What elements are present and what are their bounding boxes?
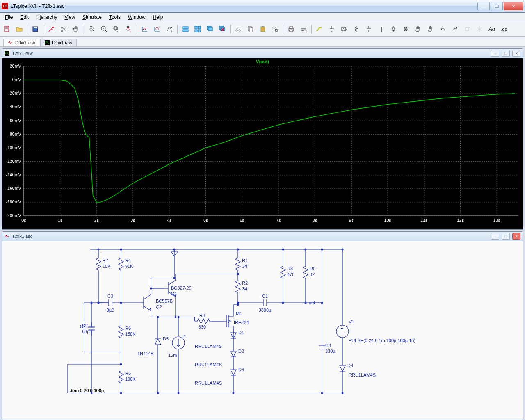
resistor-button[interactable] xyxy=(351,24,362,34)
open-button[interactable] xyxy=(14,24,25,34)
find-button[interactable] xyxy=(270,24,281,34)
redo-button[interactable] xyxy=(450,24,460,34)
pane-minimize-button[interactable]: — xyxy=(491,50,499,57)
svg-point-154 xyxy=(282,302,284,304)
svg-text:1s: 1s xyxy=(58,218,62,223)
scissors-icon[interactable] xyxy=(58,24,69,34)
tile-v-button[interactable] xyxy=(192,24,203,34)
tile-h-button[interactable] xyxy=(180,24,191,34)
svg-text:6s: 6s xyxy=(240,218,244,223)
new-schematic-button[interactable] xyxy=(2,24,12,34)
tab-waveform[interactable]: T2fix1.raw xyxy=(40,39,77,46)
pane-close-button[interactable]: ✕ xyxy=(512,233,520,240)
print-setup-button[interactable] xyxy=(298,24,309,34)
close-all-button[interactable] xyxy=(217,24,228,34)
svg-text:1N4148: 1N4148 xyxy=(137,351,153,356)
diode-button[interactable] xyxy=(388,24,399,34)
cascade-button[interactable] xyxy=(205,24,215,34)
text-button[interactable]: Aa xyxy=(486,24,497,34)
menu-window[interactable]: Window xyxy=(125,14,149,21)
hand-icon[interactable] xyxy=(71,24,81,34)
tab-schematic[interactable]: T2fix1.asc xyxy=(3,39,39,46)
svg-rect-12 xyxy=(183,30,188,32)
undo-button[interactable] xyxy=(437,24,448,34)
pane-minimize-button[interactable]: — xyxy=(491,233,499,240)
mirror-button[interactable] xyxy=(474,24,485,34)
pane-maximize-button[interactable]: ❐ xyxy=(502,233,510,240)
move-button[interactable] xyxy=(413,24,423,34)
zoom-fit-button[interactable] xyxy=(111,24,122,34)
svg-text:D1: D1 xyxy=(238,330,244,335)
svg-point-123 xyxy=(91,302,93,304)
component-button[interactable] xyxy=(400,24,411,34)
zoom-out-button[interactable] xyxy=(99,24,110,34)
pane-title: T2fix1.raw xyxy=(12,51,33,56)
menu-simulate[interactable]: Simulate xyxy=(79,14,105,21)
svg-text:11s: 11s xyxy=(420,218,427,223)
close-button[interactable]: ✕ xyxy=(504,2,523,10)
run-button[interactable] xyxy=(164,24,175,34)
wire-button[interactable] xyxy=(314,24,325,34)
svg-text:34: 34 xyxy=(242,264,247,269)
pane-maximize-button[interactable]: ❐ xyxy=(502,50,510,57)
autorange-x-button[interactable] xyxy=(152,24,162,34)
svg-text:3s: 3s xyxy=(130,218,135,223)
menu-tools[interactable]: Tools xyxy=(106,14,124,21)
label-button[interactable]: A xyxy=(339,24,349,34)
svg-text:A: A xyxy=(342,27,345,31)
probe-button[interactable] xyxy=(46,24,57,34)
svg-text:C3: C3 xyxy=(107,294,113,299)
schematic-icon xyxy=(5,234,9,239)
svg-text:-180mV: -180mV xyxy=(6,199,22,204)
svg-text:RRU1LAM4S: RRU1LAM4S xyxy=(195,381,222,386)
capacitor-button[interactable] xyxy=(363,24,374,34)
svg-point-94 xyxy=(120,249,122,251)
menu-hierarchy[interactable]: Hierarchy xyxy=(33,14,60,21)
menu-view[interactable]: View xyxy=(61,14,78,21)
svg-rect-11 xyxy=(183,27,188,29)
print-button[interactable] xyxy=(286,24,297,34)
svg-text:10K: 10K xyxy=(103,264,111,269)
svg-point-171 xyxy=(233,392,235,394)
svg-text:D5: D5 xyxy=(163,336,169,341)
svg-text:20mV: 20mV xyxy=(10,64,21,68)
zoom-in-button[interactable] xyxy=(87,24,97,34)
zoom-back-button[interactable] xyxy=(123,24,134,34)
svg-text:2s: 2s xyxy=(94,218,99,223)
menu-edit[interactable]: Edit xyxy=(17,14,32,21)
rotate-button[interactable] xyxy=(462,24,472,34)
pane-close-button[interactable]: ✕ xyxy=(512,50,520,57)
svg-text:R4: R4 xyxy=(125,258,131,263)
spice-directive-button[interactable]: .op xyxy=(499,24,509,34)
plot-area[interactable]: V(out) 20mV0mV-20mV-40mV-60mV-80mV-100mV… xyxy=(2,58,523,229)
menu-help[interactable]: Help xyxy=(150,14,167,21)
svg-text:8s: 8s xyxy=(313,218,317,223)
menu-file[interactable]: File xyxy=(2,14,16,21)
autorange-y-button[interactable] xyxy=(139,24,150,34)
schematic-area[interactable]: R710KR491KR134R234R3470R932C33µ3R6150KR5… xyxy=(2,241,523,420)
svg-point-168 xyxy=(120,392,122,394)
tabbar: T2fix1.asc T2fix1.raw xyxy=(0,37,525,47)
cut-button[interactable] xyxy=(233,24,244,34)
minimize-button[interactable]: — xyxy=(477,2,490,10)
svg-text:4s: 4s xyxy=(167,218,171,223)
svg-text:-40mV: -40mV xyxy=(8,104,21,109)
inductor-button[interactable] xyxy=(376,24,386,34)
trace-label[interactable]: V(out) xyxy=(256,59,269,64)
paste-button[interactable] xyxy=(258,24,268,34)
svg-point-175 xyxy=(173,277,176,279)
save-button[interactable] xyxy=(30,24,41,34)
drag-button[interactable] xyxy=(425,24,436,34)
svg-text:.tran 0 20 0 100µ: .tran 0 20 0 100µ xyxy=(70,388,104,393)
ground-button[interactable] xyxy=(326,24,337,34)
svg-text:R7: R7 xyxy=(103,258,108,263)
copy-button[interactable] xyxy=(245,24,256,34)
maximize-button[interactable]: ❐ xyxy=(491,2,503,10)
svg-point-173 xyxy=(342,392,344,394)
svg-rect-2 xyxy=(34,27,37,28)
svg-point-5 xyxy=(61,30,63,32)
svg-text:−: − xyxy=(341,331,344,336)
svg-text:0s: 0s xyxy=(21,218,26,223)
svg-point-155 xyxy=(305,302,307,304)
svg-text:-160mV: -160mV xyxy=(6,186,22,191)
